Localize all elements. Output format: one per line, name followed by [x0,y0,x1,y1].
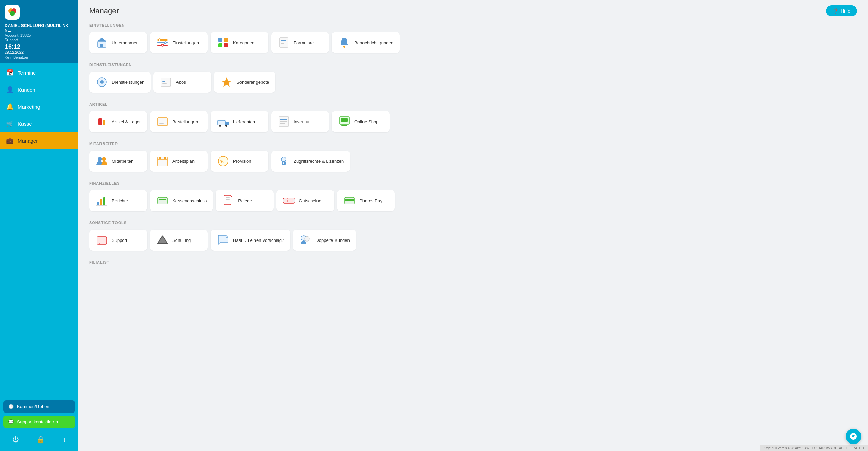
section-mitarbeiter: MITARBEITERMitarbeiterArbeitsplan%Provis… [89,142,857,172]
artikel-lager-icon [95,115,108,128]
items-grid-mitarbeiter: MitarbeiterArbeitsplan%ProvisionZugriffs… [89,151,857,172]
svg-point-20 [343,46,345,48]
kasse-icon: 🛒 [6,120,14,127]
svg-rect-63 [224,195,231,205]
schulung-icon [156,234,169,247]
svg-marker-5 [97,38,107,41]
lock-icon[interactable]: 🔒 [36,435,45,444]
grid-item-online-shop[interactable]: Online Shop [332,111,390,132]
grid-item-belege[interactable]: Belege [216,190,274,211]
grid-item-kategorien[interactable]: Kategorien [211,32,268,53]
svg-rect-15 [224,43,228,47]
download-icon[interactable]: ↓ [63,436,66,444]
belege-label: Belege [238,198,252,203]
sidebar-item-label: Termine [18,70,36,76]
grid-item-abos[interactable]: Abos [153,72,211,93]
sidebar-header: DANIEL SCHULUNG (MULTILINK N... Account:… [0,0,78,63]
termine-icon: 📅 [6,69,14,76]
svg-rect-51 [164,157,166,159]
inventur-label: Inventur [294,119,310,124]
grid-item-dienstleistungen[interactable]: Dienstleistungen [89,72,151,93]
grid-item-formulare[interactable]: Formulare [271,32,329,53]
sidebar-item-kasse[interactable]: 🛒Kasse [0,115,78,132]
topbar: Manager ❓ Hilfe [78,0,868,16]
doppelte-kunden-icon [299,234,312,247]
grid-item-vorschlag[interactable]: Hast Du einen Vorschlag? [211,230,290,251]
arbeitsplan-icon [156,155,169,168]
power-icon[interactable]: ⏻ [12,436,19,444]
svg-point-10 [164,42,166,44]
formulare-label: Formulare [294,40,314,45]
svg-rect-14 [218,43,222,47]
grid-item-support[interactable]: Support [89,230,147,251]
grid-item-zugriffsrechte[interactable]: Zugriffsrechte & Lizenzen [271,151,350,172]
arbeitsplan-label: Arbeitsplan [172,159,195,164]
svg-rect-50 [159,157,161,159]
sidebar-footer: ⏻ 🔒 ↓ [3,431,75,448]
grid-item-provision[interactable]: %Provision [211,151,268,172]
unternehmen-label: Unternehmen [112,40,139,45]
vorschlag-icon [217,234,230,247]
grid-item-artikel-lager[interactable]: Artikel & Lager [89,111,147,132]
grid-item-berichte[interactable]: Berichte [89,190,147,211]
grid-item-mitarbeiter[interactable]: Mitarbeiter [89,151,147,172]
sidebar-item-label: Marketing [18,104,40,110]
grid-item-kassenabschluss[interactable]: Kassenabschluss [150,190,213,211]
support-icon: 💬 [8,419,14,424]
svg-point-39 [225,125,227,127]
grid-item-schulung[interactable]: Schulung [150,230,208,251]
svg-point-77 [305,236,309,241]
sidebar-item-marketing[interactable]: 🔔Marketing [0,98,78,115]
kategorien-label: Kategorien [233,40,254,45]
kommen-gehen-button[interactable]: 🕐 Kommen/Gehen [3,400,75,413]
user-no-user: Kein Benutzer [5,55,74,59]
svg-rect-41 [280,119,287,120]
hilfe-button[interactable]: ❓ Hilfe [826,5,857,16]
items-grid-sonstige-tools: SupportSchulungHast Du einen Vorschlag?D… [89,230,857,251]
marketing-icon: 🔔 [6,103,14,110]
user-account: Account: 13825 [5,33,74,37]
artikel-lager-label: Artikel & Lager [112,119,141,124]
grid-item-gutscheine[interactable]: Gutscheine [276,190,334,211]
user-name: DANIEL SCHULUNG (MULTILINK N... [5,23,74,33]
svg-rect-42 [280,121,287,122]
sidebar-item-label: Kasse [18,121,32,127]
support-kontaktieren-button[interactable]: 💬 Support kontaktieren [3,416,75,428]
sidebar-nav: 📅Termine👤Kunden🔔Marketing🛒Kasse💼Manager [0,63,78,397]
provision-label: Provision [233,159,251,164]
kategorien-icon [217,36,230,49]
svg-rect-16 [280,38,288,47]
grid-item-einstellungen[interactable]: Einstellungen [150,32,208,53]
svg-rect-36 [159,123,164,124]
fab-button[interactable] [846,429,861,444]
formulare-icon [277,36,290,49]
unternehmen-icon [95,36,108,49]
dienstleistungen-label: Dienstleistungen [112,80,144,85]
grid-item-doppelte-kunden[interactable]: Doppelte Kunden [293,230,356,251]
belege-icon [222,194,235,207]
grid-item-inventur[interactable]: Inventur [271,111,329,132]
svg-text:%: % [220,159,225,164]
grid-item-unternehmen[interactable]: Unternehmen [89,32,147,53]
section-filialist: FILIALIST [89,260,857,264]
zugriffsrechte-label: Zugriffsrechte & Lizenzen [294,159,344,164]
svg-rect-57 [97,202,99,205]
svg-rect-37 [218,120,225,125]
mitarbeiter-label: Mitarbeiter [112,159,133,164]
vorschlag-label: Hast Du einen Vorschlag? [233,238,284,243]
bestellungen-label: Bestellungen [172,119,198,124]
lieferanten-label: Lieferanten [233,119,255,124]
grid-item-bestellungen[interactable]: Bestellungen [150,111,208,132]
grid-item-lieferanten[interactable]: Lieferanten [211,111,268,132]
grid-item-benachrichtigungen[interactable]: Benachrichtigungen [332,32,400,53]
grid-item-phorestpay[interactable]: PhorestPay [337,190,395,211]
grid-item-sonderangebote[interactable]: Sonderangebote [214,72,275,93]
sidebar-item-label: Kunden [18,87,35,93]
sidebar-item-kunden[interactable]: 👤Kunden [0,81,78,98]
sidebar-item-manager[interactable]: 💼Manager [0,132,78,149]
sidebar-item-termine[interactable]: 📅Termine [0,64,78,81]
grid-item-arbeitsplan[interactable]: Arbeitsplan [150,151,208,172]
kunden-icon: 👤 [6,86,14,93]
svg-rect-67 [283,198,294,203]
section-title-finanzielles: FINANZIELLES [89,181,857,185]
